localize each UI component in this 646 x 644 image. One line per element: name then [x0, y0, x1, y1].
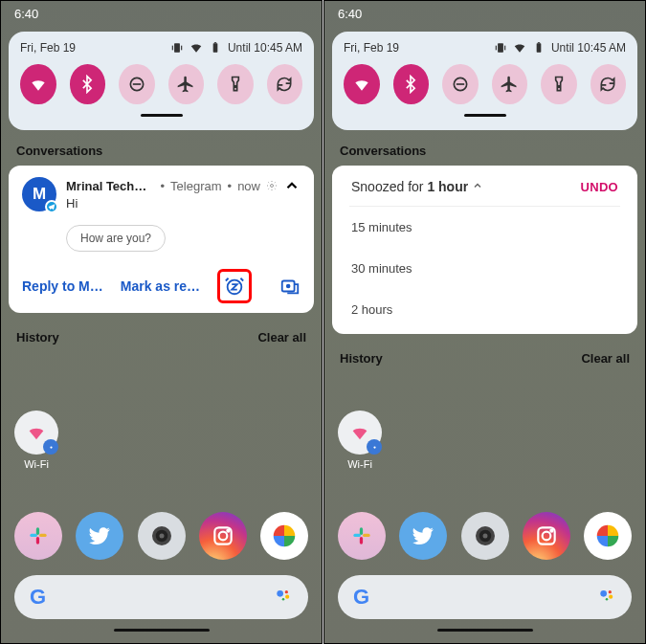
svg-rect-31 — [538, 42, 540, 43]
suggested-reply-chip[interactable]: How are you? — [66, 225, 166, 252]
svg-point-46 — [600, 590, 607, 597]
nav-pill[interactable] — [114, 629, 210, 632]
svg-point-11 — [287, 285, 290, 288]
wifi-status-icon — [513, 41, 526, 55]
chevron-up-icon[interactable] — [283, 177, 301, 194]
qs-toggle-flashlight[interactable] — [217, 64, 254, 104]
svg-point-34 — [558, 86, 560, 88]
svg-rect-39 — [360, 537, 363, 544]
section-history[interactable]: History — [16, 330, 59, 344]
notification-time: now — [237, 179, 260, 193]
app-twitter[interactable] — [399, 512, 447, 560]
clear-all-button[interactable]: Clear all — [581, 351, 630, 366]
snooze-option[interactable]: 15 minutes — [349, 207, 620, 248]
vibrate-icon — [170, 41, 184, 55]
app-slack[interactable] — [14, 512, 62, 560]
qs-toggle-airplane[interactable] — [168, 64, 205, 104]
wifi-settings-shortcut[interactable] — [14, 411, 58, 455]
google-search-bar[interactable]: G — [14, 575, 308, 619]
qs-toggle-wifi[interactable] — [344, 64, 380, 104]
qs-toggle-rotation[interactable] — [590, 64, 627, 104]
svg-rect-3 — [213, 43, 218, 52]
svg-rect-36 — [353, 534, 361, 537]
wifi-settings-shortcut[interactable] — [338, 411, 382, 455]
snooze-option[interactable]: 2 hours — [349, 289, 620, 330]
qs-handle[interactable] — [141, 114, 183, 117]
google-logo-icon: G — [30, 585, 46, 610]
svg-point-47 — [609, 590, 612, 593]
svg-point-42 — [482, 534, 487, 539]
section-conversations: Conversations — [1, 130, 322, 166]
qs-toggle-rotation[interactable] — [267, 64, 303, 104]
status-bar: 6:40 — [324, 1, 645, 28]
battery-icon — [532, 41, 546, 55]
clear-all-button[interactable]: Clear all — [257, 330, 306, 344]
qs-toggle-bluetooth[interactable] — [393, 64, 430, 104]
app-slack[interactable] — [338, 512, 386, 560]
nav-pill[interactable] — [437, 629, 533, 632]
notification-card[interactable]: M Mrinal TechWi… • Telegram • now Hi How… — [9, 166, 314, 313]
svg-point-21 — [218, 532, 227, 541]
gear-badge-icon — [43, 439, 58, 455]
qs-toggle-dnd[interactable] — [442, 64, 479, 104]
qs-toggle-airplane[interactable] — [492, 64, 528, 104]
svg-rect-13 — [30, 534, 37, 537]
notification-dot: • — [161, 179, 166, 193]
undo-button[interactable]: UNDO — [581, 180, 618, 194]
svg-point-24 — [285, 590, 288, 593]
svg-rect-16 — [36, 537, 39, 544]
phone-right: 6:40 Fri, Feb 19 Until 10:45 AM Conversa… — [323, 0, 646, 644]
notification-app: Telegram — [170, 179, 221, 193]
svg-rect-4 — [214, 42, 216, 43]
app-camera[interactable] — [138, 512, 186, 560]
app-instagram[interactable] — [523, 512, 570, 560]
app-photos[interactable] — [584, 512, 632, 560]
assistant-icon[interactable] — [274, 586, 293, 609]
bubble-pop-icon[interactable] — [279, 276, 301, 297]
action-reply[interactable]: Reply to M… — [22, 278, 103, 294]
qs-toggle-wifi[interactable] — [20, 64, 56, 104]
snooze-icon[interactable] — [224, 276, 245, 297]
section-history[interactable]: History — [340, 351, 383, 366]
svg-rect-29 — [504, 46, 505, 51]
qs-toggle-flashlight[interactable] — [541, 64, 577, 104]
svg-point-7 — [234, 86, 236, 88]
svg-point-35 — [373, 446, 375, 448]
qs-toggle-dnd[interactable] — [119, 64, 155, 104]
quick-settings-panel: Fri, Feb 19 Until 10:45 AM — [9, 32, 314, 130]
app-photos[interactable] — [260, 512, 308, 560]
assistant-icon[interactable] — [597, 586, 616, 609]
battery-until-text: Until 10:45 AM — [228, 41, 302, 55]
svg-point-8 — [271, 185, 274, 188]
svg-point-44 — [542, 532, 550, 541]
bubble-settings-icon[interactable] — [266, 180, 278, 191]
chevron-up-icon[interactable] — [472, 180, 483, 191]
google-search-bar[interactable]: G — [338, 575, 632, 619]
qs-handle[interactable] — [464, 114, 506, 117]
battery-icon — [209, 41, 222, 55]
status-time: 6:40 — [338, 7, 362, 21]
qs-date: Fri, Feb 19 — [20, 41, 76, 55]
qs-toggle-bluetooth[interactable] — [70, 64, 106, 104]
svg-point-48 — [609, 595, 613, 599]
app-twitter[interactable] — [76, 512, 123, 560]
svg-point-22 — [227, 530, 229, 532]
wifi-status-icon — [189, 41, 203, 55]
action-mark-read[interactable]: Mark as re… — [121, 278, 200, 294]
app-camera[interactable] — [461, 512, 509, 560]
svg-rect-0 — [174, 43, 180, 52]
svg-rect-37 — [363, 534, 370, 537]
notification-sender: Mrinal TechWi… — [66, 179, 155, 193]
snooze-option[interactable]: 30 minutes — [349, 248, 620, 289]
avatar: M — [22, 177, 56, 211]
notification-dot: • — [228, 179, 233, 193]
svg-point-45 — [550, 530, 552, 532]
status-bar: 6:40 — [1, 1, 322, 28]
svg-rect-28 — [496, 46, 497, 51]
app-instagram[interactable] — [199, 512, 247, 560]
svg-rect-38 — [360, 527, 363, 535]
snooze-card: Snoozed for 1 hour UNDO 15 minutes 30 mi… — [332, 166, 637, 334]
svg-point-12 — [50, 446, 52, 448]
svg-point-26 — [282, 598, 285, 601]
section-conversations: Conversations — [324, 130, 645, 166]
